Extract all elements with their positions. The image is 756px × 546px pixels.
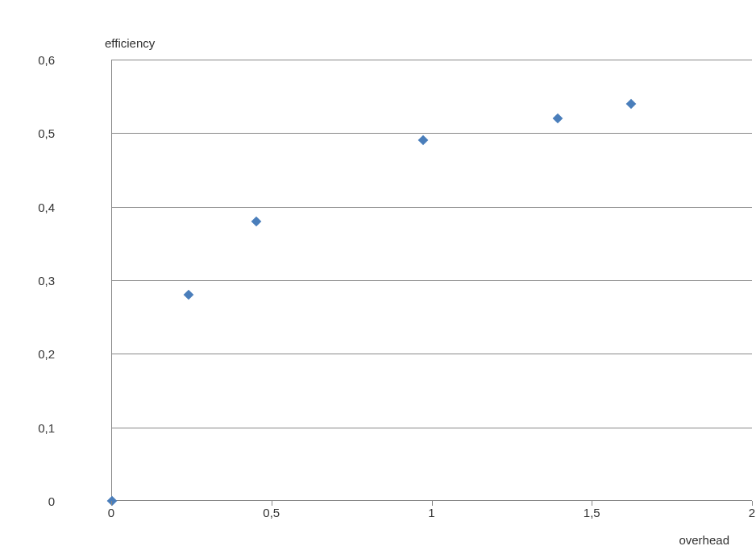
y-tick-label: 0,3 [38, 274, 55, 287]
data-point [417, 135, 428, 146]
x-tick-label: 2 [749, 506, 755, 519]
chart-container: efficiency overhead 0 0,1 0,2 0,3 0,4 0,… [36, 16, 741, 532]
x-tick-label: 1 [428, 506, 434, 519]
gridline [112, 428, 752, 428]
gridline [112, 133, 752, 134]
data-point [107, 496, 118, 507]
plot-area [111, 60, 752, 501]
data-point [626, 98, 637, 109]
y-tick-label: 0,1 [38, 420, 55, 434]
y-tick-label: 0,2 [38, 347, 55, 361]
x-axis-label: overhead [679, 533, 729, 546]
y-tick-label: 0 [48, 494, 55, 508]
x-tick-mark [432, 501, 433, 506]
y-tick-label: 0,4 [38, 200, 55, 213]
gridline [112, 207, 752, 208]
x-tick-mark [592, 501, 592, 506]
gridline [112, 354, 752, 354]
x-tick-label: 0 [108, 506, 114, 519]
x-tick-label: 1,5 [584, 506, 600, 519]
x-tick-mark [111, 501, 112, 506]
y-tick-label: 0,6 [38, 53, 55, 67]
gridline [112, 60, 752, 60]
data-point [251, 217, 262, 227]
data-point [184, 290, 194, 300]
gridline [112, 280, 752, 281]
data-point [552, 114, 563, 124]
y-tick-label: 0,5 [38, 126, 55, 140]
x-tick-mark [752, 501, 753, 506]
x-tick-label: 0,5 [263, 506, 280, 519]
y-axis-label: efficiency [105, 36, 155, 50]
x-tick-mark [272, 501, 272, 506]
